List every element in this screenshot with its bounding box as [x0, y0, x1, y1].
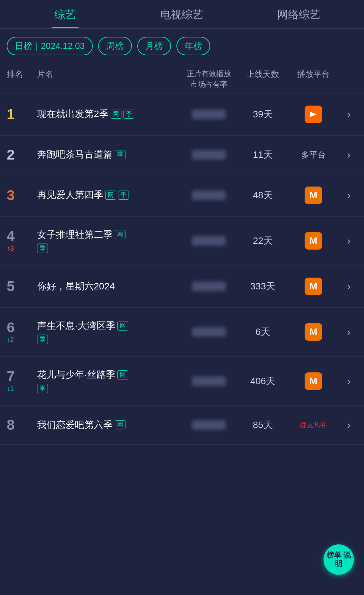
rank-number: 1	[7, 107, 15, 121]
table-row[interactable]: 8 我们恋爱吧第六季 网 85天 @更凡谷 ›	[0, 406, 364, 445]
days-cell: 406天	[239, 375, 286, 388]
bar-cell	[178, 191, 239, 200]
table-body: 1 现在就出发第2季 网季 39天 › 2 奔跑吧茶马古道篇	[0, 93, 364, 445]
tag-net: 网	[111, 110, 121, 119]
days-cell: 11天	[239, 148, 286, 161]
bar-cell	[178, 376, 239, 386]
rank-cell: 6 ↓2	[7, 320, 34, 344]
title-cell: 花儿与少年·丝路季 网 季	[34, 369, 178, 393]
chevron-cell[interactable]: ›	[340, 326, 357, 338]
title-cell: 再见爱人第四季 网季	[34, 189, 178, 201]
filter-daily[interactable]: 日榜｜2024.12.03	[7, 37, 93, 55]
table-header: 排名 片名 正片有效播放市场占有率 上线天数 播放平台	[0, 65, 364, 93]
bar-cell	[178, 327, 239, 337]
table-row[interactable]: 4 ↑3 女子推理社第二季 网 季 22天 M ›	[0, 217, 364, 265]
platform-cell	[286, 106, 340, 123]
tag-season: 季	[118, 191, 129, 200]
tag-season-inline: 季	[115, 150, 125, 159]
title-text: 再见爱人第四季	[37, 189, 103, 201]
title-text: 现在就出发第2季	[37, 108, 109, 120]
bar-cell	[178, 282, 239, 291]
title-cell: 我们恋爱吧第六季 网	[34, 419, 178, 431]
bar-blurred	[192, 420, 226, 430]
rank-cell: 1	[7, 107, 34, 121]
bar-cell	[178, 110, 239, 119]
platform-cell: M	[286, 187, 340, 204]
svg-marker-0	[310, 112, 317, 117]
bar-blurred	[192, 282, 226, 291]
days-cell: 22天	[239, 234, 286, 247]
chevron-cell[interactable]: ›	[340, 419, 357, 431]
rank-number: 5	[7, 279, 15, 293]
col-platform: 播放平台	[286, 69, 340, 90]
table-row[interactable]: 3 再见爱人第四季 网季 48天 M ›	[0, 174, 364, 217]
rank-number: 4	[7, 229, 15, 243]
bar-blurred	[192, 150, 226, 160]
table-row[interactable]: 2 奔跑吧茶马古道篇 季 11天 多平台 ›	[0, 136, 364, 174]
platform-cell: M	[286, 278, 340, 295]
bar-cell	[178, 236, 239, 246]
title-text: 女子推理社第二季	[37, 229, 113, 241]
tag-net-only: 网	[115, 420, 125, 429]
col-days: 上线天数	[239, 69, 286, 90]
platform-label-multi: 多平台	[301, 149, 326, 160]
table-row[interactable]: 6 ↓2 声生不息·大湾区季 网 季 6天 M ›	[0, 308, 364, 357]
platform-cell: @更凡谷	[286, 420, 340, 429]
col-rank: 排名	[7, 69, 34, 90]
bar-cell	[178, 420, 239, 430]
platform-cell: M	[286, 372, 340, 390]
tag-net: 网	[115, 230, 125, 239]
title-cell: 你好，星期六2024	[34, 280, 178, 292]
rank-change: ↑3	[7, 245, 14, 252]
platform-cell: M	[286, 232, 340, 250]
title-text: 花儿与少年·丝路季	[37, 369, 115, 381]
days-cell: 39天	[239, 108, 286, 121]
table-row[interactable]: 1 现在就出发第2季 网季 39天 ›	[0, 93, 364, 136]
platform-icon-mango: M	[305, 278, 322, 295]
bar-cell	[178, 150, 239, 160]
top-tabs: 综艺 电视综艺 网络综艺	[0, 0, 364, 29]
tag-season: 季	[37, 335, 48, 344]
filter-monthly[interactable]: 月榜	[137, 37, 171, 55]
tag-net: 网	[117, 370, 128, 379]
bar-blurred	[192, 236, 226, 246]
rank-number: 2	[7, 148, 15, 162]
chevron-cell[interactable]: ›	[340, 109, 357, 120]
filter-yearly[interactable]: 年榜	[176, 37, 210, 55]
title-text: 声生不息·大湾区季	[37, 320, 115, 332]
rank-cell: 2	[7, 148, 34, 162]
chevron-cell[interactable]: ›	[340, 190, 357, 201]
tab-综艺[interactable]: 综艺	[7, 0, 123, 28]
chevron-cell[interactable]: ›	[340, 235, 357, 247]
filter-weekly[interactable]: 周榜	[98, 37, 132, 55]
title-text: 我们恋爱吧第六季	[37, 419, 113, 431]
tag-season: 季	[123, 110, 134, 119]
chevron-cell[interactable]: ›	[340, 281, 357, 292]
title-cell: 奔跑吧茶马古道篇 季	[34, 148, 178, 161]
bar-blurred	[192, 376, 226, 386]
table-row[interactable]: 5 你好，星期六2024 333天 M ›	[0, 265, 364, 308]
chevron-cell[interactable]: ›	[340, 375, 357, 387]
title-cell: 现在就出发第2季 网季	[34, 108, 178, 120]
col-viewrate: 正片有效播放市场占有率	[178, 69, 239, 90]
tag-net: 网	[117, 321, 128, 330]
rank-cell: 7 ↓1	[7, 369, 34, 393]
tag-season: 季	[37, 244, 48, 253]
platform-label-weibo: @更凡谷	[300, 420, 327, 429]
chevron-cell[interactable]: ›	[340, 149, 357, 161]
bar-blurred	[192, 110, 226, 119]
days-cell: 48天	[239, 189, 286, 202]
tab-电视综艺[interactable]: 电视综艺	[123, 0, 240, 28]
days-cell: 333天	[239, 280, 286, 293]
rank-cell: 3	[7, 188, 34, 202]
title-cell: 女子推理社第二季 网 季	[34, 229, 178, 253]
days-cell: 85天	[239, 419, 286, 431]
platform-icon-mango: M	[305, 372, 322, 390]
tag-net: 网	[105, 191, 116, 200]
float-explain-btn[interactable]: 榜单 说明	[324, 544, 354, 575]
days-cell: 6天	[239, 325, 286, 338]
table-row[interactable]: 7 ↓1 花儿与少年·丝路季 网 季 406天 M ›	[0, 357, 364, 405]
tab-网络综艺[interactable]: 网络综艺	[241, 0, 357, 28]
tag-season: 季	[37, 384, 48, 393]
platform-cell: 多平台	[286, 149, 340, 160]
